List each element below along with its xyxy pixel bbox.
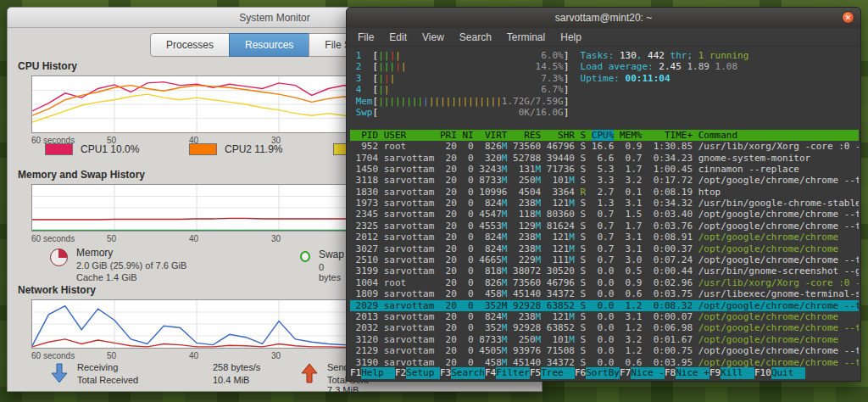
- htop-function-key-bar: F1Help F2Setup F3SearchF4FilterF5Tree F6…: [350, 367, 857, 379]
- process-row-3190[interactable]: 3190 sarvottam 20 0 458M 45140 34372 S 0…: [350, 357, 859, 368]
- tab-resources[interactable]: Resources: [229, 33, 309, 57]
- fkey-f4[interactable]: F4Filter: [485, 367, 530, 379]
- menu-terminal[interactable]: Terminal: [499, 28, 553, 47]
- arrow-down-icon: [50, 363, 69, 383]
- close-button[interactable]: ✕: [842, 11, 854, 24]
- total-sent-value: 7.3 MiB: [327, 385, 359, 395]
- axis-tick-label: 60 seconds: [31, 351, 75, 360]
- terminal-menubar: FileEditViewSearchTerminalHelp: [347, 28, 860, 47]
- cpu-legend-item-1: CPU1 10.0%: [45, 143, 189, 155]
- process-row-1809[interactable]: 1809 sarvottam 20 0 458M 45140 34372 S 0…: [350, 288, 859, 299]
- axis-tick-label: 50: [107, 351, 116, 360]
- terminal-title: sarvottam@mint20: ~: [555, 12, 653, 24]
- column-header-pid[interactable]: PID: [350, 130, 378, 141]
- cpu-meter-4: 4 [|| 6.7%]: [350, 84, 859, 95]
- process-row-1704[interactable]: 1704 sarvottam 20 0 320M 52788 39440 S 6…: [350, 153, 859, 164]
- swap-label: Swap: [319, 248, 345, 260]
- fkey-f5[interactable]: F5Tree: [530, 367, 575, 379]
- axis-tick-label: 30: [271, 351, 281, 360]
- process-row-3120[interactable]: 3120 sarvottam 20 0 8733M 250M 101M S 0.…: [350, 334, 859, 345]
- system-monitor-title: System Monitor: [239, 12, 309, 24]
- process-row-3118[interactable]: 3118 sarvottam 20 0 8733M 250M 101M S 3.…: [350, 175, 859, 186]
- fkey-f1[interactable]: F1Help: [350, 367, 395, 379]
- process-row-2012[interactable]: 2012 sarvottam 20 0 824M 238M 121M S 0.7…: [350, 232, 859, 243]
- receiving-value: 258 bytes/s: [213, 362, 260, 372]
- swap-ring-icon: [300, 251, 310, 262]
- process-row-1830[interactable]: 1830 sarvottam 20 0 10996 4504 3364 R 2.…: [350, 187, 859, 198]
- process-row-1004[interactable]: 1004 root 20 0 826M 73560 46796 S 0.0 0.…: [350, 277, 859, 288]
- fkey-f9[interactable]: F9Kill: [709, 367, 754, 379]
- memory-value: 2.0 GiB (25.9%) of 7.6 GiB: [76, 260, 186, 271]
- process-row-2325[interactable]: 2325 sarvottam 20 0 4553M 129M 81624 S 0…: [350, 221, 859, 232]
- cpu-legend-item-2: CPU2 11.9%: [189, 143, 333, 155]
- fkey-f2[interactable]: F2Setup: [395, 367, 440, 379]
- terminal-window: sarvottam@mint20: ~ ✕ FileEditViewSearch…: [346, 7, 861, 382]
- total-received-label: Total Received: [77, 375, 213, 385]
- axis-tick-label: 40: [189, 351, 198, 360]
- legend-label: CPU2 11.9%: [225, 143, 282, 155]
- cpu-meter-2: 2 [||||| 14.5%] Load average: 2.45 1.89 …: [350, 61, 859, 72]
- column-header-cpupct[interactable]: CPU%: [592, 130, 615, 141]
- total-received-value: 10.4 MiB: [213, 375, 249, 385]
- column-header-shr[interactable]: SHR: [547, 130, 575, 141]
- fkey-f10[interactable]: F10Quit: [754, 367, 805, 379]
- cpu-meter-1: 1 [|||| 6.0%] Tasks: 130, 442 thr; 1 run…: [350, 50, 859, 61]
- process-table-header[interactable]: PID USER PRI NI VIRT RES SHR S CPU% MEM%…: [350, 130, 859, 141]
- column-header-virt[interactable]: VIRT: [479, 130, 507, 141]
- memory-legend-item: Memory 2.0 GiB (25.9%) of 7.6 GiB Cache …: [50, 247, 186, 282]
- process-row-2013[interactable]: 2013 sarvottam 20 0 824M 238M 121M S 0.0…: [350, 311, 859, 322]
- process-row-1450[interactable]: 1450 sarvottam 20 0 3243M 131M 71736 S 5…: [350, 164, 859, 175]
- process-row-952[interactable]: 952 root 20 0 826M 73560 46796 S 16.6 0.…: [350, 141, 859, 152]
- process-row-2345[interactable]: 2345 sarvottam 20 0 4547M 118M 80360 S 0…: [350, 209, 859, 220]
- fkey-f7[interactable]: F7Nice -: [620, 367, 665, 379]
- fkey-f3[interactable]: F3Search: [440, 367, 485, 379]
- legend-swatch: [189, 143, 217, 155]
- swap-value: 0 bytes: [319, 262, 345, 282]
- column-header-user[interactable]: USER: [384, 130, 435, 141]
- network-history-heading: Network History: [18, 284, 96, 296]
- swap-legend-item: Swap 0 bytes: [300, 248, 345, 282]
- network-receiving-legend: Receiving258 bytes/s Total Received10.4 …: [50, 362, 260, 388]
- process-row-2510[interactable]: 2510 sarvottam 20 0 4665M 229M 111M S 0.…: [350, 254, 859, 265]
- axis-tick-label: 40: [189, 234, 198, 243]
- column-header-time[interactable]: TIME+: [648, 130, 693, 141]
- process-row-3027[interactable]: 3027 sarvottam 20 0 824M 238M 121M S 0.7…: [350, 243, 859, 254]
- memory-label: Memory: [76, 247, 186, 259]
- terminal-screen[interactable]: 1 [|||| 6.0%] Tasks: 130, 442 thr; 1 run…: [347, 47, 860, 381]
- terminal-titlebar[interactable]: sarvottam@mint20: ~ ✕: [347, 8, 860, 28]
- memory-cache-value: Cache 1.4 GiB: [76, 272, 186, 282]
- column-header-pri[interactable]: PRI: [440, 130, 457, 141]
- tab-processes[interactable]: Processes: [150, 33, 230, 57]
- htop-output: 1 [|||| 6.0%] Tasks: 130, 442 thr; 1 run…: [350, 50, 859, 368]
- legend-label: CPU1 10.0%: [81, 143, 139, 155]
- memory-history-heading: Memory and Swap History: [18, 169, 145, 181]
- axis-tick-label: 50: [107, 234, 116, 243]
- fkey-f8[interactable]: F8Nice +: [665, 367, 709, 379]
- axis-tick-label: 60 seconds: [31, 234, 75, 243]
- process-row-2129[interactable]: 2129 sarvottam 20 0 4505M 93976 71508 S …: [350, 345, 859, 356]
- legend-swatch: [45, 143, 73, 155]
- cpu-meter-3: 3 [||| 7.3%] Uptime: 00:11:04: [350, 73, 859, 84]
- menu-search[interactable]: Search: [452, 28, 499, 47]
- column-header-res[interactable]: RES: [513, 130, 541, 141]
- menu-edit[interactable]: Edit: [381, 28, 415, 47]
- cpu-history-heading: CPU History: [18, 60, 77, 72]
- process-row-2032[interactable]: 2032 sarvottam 20 0 352M 92928 63852 S 0…: [350, 322, 859, 333]
- column-header-ni[interactable]: NI: [462, 130, 473, 141]
- axis-tick-label: 30: [271, 234, 281, 243]
- fkey-f6[interactable]: F6SortBy: [575, 367, 620, 379]
- process-row-2029[interactable]: 2029 sarvottam 20 0 352M 92928 63852 S 0…: [350, 300, 859, 311]
- memory-pie-icon: [50, 248, 68, 266]
- desktop-background: System Monitor ProcessesResourcesFile Sy…: [0, 0, 868, 402]
- mem-meter: Mem[||||||||||||||||||||||1.72G/7.59G]: [350, 96, 859, 107]
- menu-file[interactable]: File: [350, 28, 381, 47]
- menu-help[interactable]: Help: [553, 28, 589, 47]
- network-legend: Receiving258 bytes/s Total Received10.4 …: [50, 362, 260, 388]
- arrow-up-icon: [300, 363, 319, 383]
- process-row-3199[interactable]: 3199 sarvottam 20 0 818M 38072 30520 S 0…: [350, 265, 859, 276]
- swap-meter: Swp[ 0K/16.0G]: [350, 107, 859, 118]
- column-header-command[interactable]: Command: [698, 130, 737, 141]
- menu-view[interactable]: View: [415, 28, 452, 47]
- process-row-1973[interactable]: 1973 sarvottam 20 0 824M 238M 121M S 1.3…: [350, 198, 859, 209]
- column-header-mempct[interactable]: MEM%: [620, 130, 643, 141]
